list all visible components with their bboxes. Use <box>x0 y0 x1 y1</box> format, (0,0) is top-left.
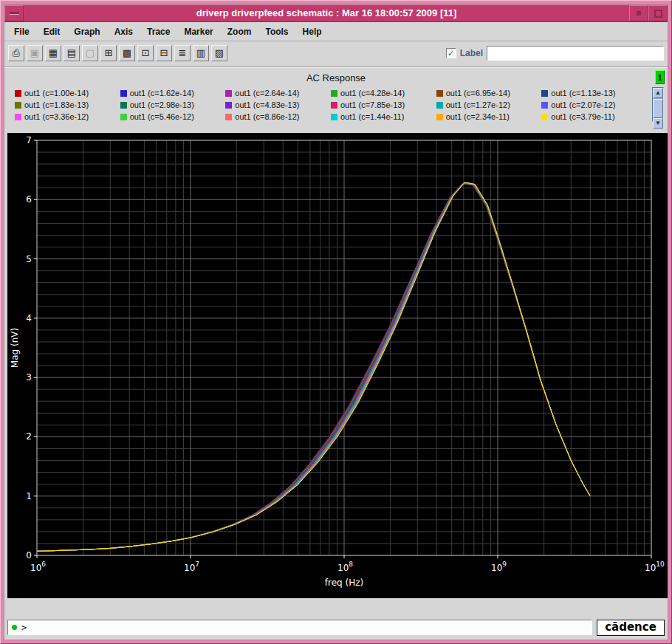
menu-axis[interactable]: Axis <box>108 24 140 39</box>
trace-label: out1 (c=1.27e-12) <box>446 100 510 109</box>
minimize-icon <box>637 11 641 16</box>
trace-label: out1 (c=3.36e-12) <box>24 112 89 121</box>
legend-item[interactable]: out1 (c=6.95e-14) <box>436 89 541 97</box>
legend-item[interactable]: out1 (c=2.98e-13) <box>120 100 224 109</box>
trace-label: out1 (c=1.00e-14) <box>24 89 89 97</box>
toolbar-icons: ⎙▣▦▤▢⊞▩⊡⊟≣▥▨ <box>8 45 227 61</box>
trace-label: out1 (c=6.95e-14) <box>446 89 510 97</box>
command-line[interactable]: > <box>7 620 592 635</box>
menu-help[interactable]: Help <box>296 24 329 39</box>
window-title: driverp driverpfeed schematic : Mar 16 1… <box>24 5 629 21</box>
menu-trace[interactable]: Trace <box>140 24 176 39</box>
svg-text:freq (Hz): freq (Hz) <box>325 578 363 588</box>
delete-subwindow-icon[interactable]: ⊟ <box>156 45 172 61</box>
svg-text:108: 108 <box>337 561 353 573</box>
svg-text:3: 3 <box>26 372 32 383</box>
list-icon[interactable]: ≣ <box>174 45 191 61</box>
trace-swatch-icon <box>225 114 232 120</box>
blank-display-icon: ▢ <box>82 45 98 61</box>
legend-item[interactable]: out1 (c=2.64e-14) <box>225 89 329 97</box>
trace-label: out1 (c=2.64e-14) <box>235 89 299 97</box>
trace-swatch-icon <box>15 102 21 109</box>
legend-item[interactable]: out1 (c=4.28e-14) <box>331 89 435 97</box>
window-menu-icon <box>10 12 19 15</box>
svg-text:7: 7 <box>26 135 32 145</box>
trace-swatch-icon <box>541 90 548 97</box>
legend-item[interactable]: out1 (c=3.79e-11) <box>541 112 645 121</box>
legend-item[interactable]: out1 (c=8.86e-12) <box>225 112 329 121</box>
trace-label: out1 (c=3.79e-11) <box>551 112 614 121</box>
trace-legend: out1 (c=1.00e-14)out1 (c=1.62e-14)out1 (… <box>15 89 645 121</box>
legend-item[interactable]: out1 (c=1.62e-14) <box>120 89 224 97</box>
trace-label: out1 (c=8.86e-12) <box>235 112 299 121</box>
svg-text:107: 107 <box>184 561 199 573</box>
scroll-up-icon[interactable]: ▲ <box>653 88 663 98</box>
scroll-down-icon[interactable]: ▼ <box>653 118 663 129</box>
trace-swatch-icon <box>436 114 443 120</box>
minimize-button[interactable] <box>629 5 648 21</box>
subwindow-number-badge[interactable]: 1 <box>655 70 665 84</box>
svg-text:2: 2 <box>26 431 32 442</box>
trace-label: out1 (c=4.28e-14) <box>340 89 405 97</box>
trace-label: out1 (c=2.34e-11) <box>446 112 510 121</box>
overlay-icon[interactable]: ▩ <box>119 45 135 61</box>
trace-swatch-icon <box>436 102 443 109</box>
legend-item[interactable]: out1 (c=7.85e-13) <box>331 100 435 109</box>
menu-tools[interactable]: Tools <box>258 24 295 39</box>
status-indicator-icon <box>12 625 17 630</box>
svg-text:5: 5 <box>26 254 32 264</box>
legend-item[interactable]: out1 (c=1.44e-11) <box>331 112 435 121</box>
grid-display-icon[interactable]: ▦ <box>45 45 61 61</box>
plot-title: AC Response <box>4 68 668 89</box>
trace-label: out1 (c=1.44e-11) <box>340 112 404 121</box>
legend-item[interactable]: out1 (c=5.46e-12) <box>120 112 224 121</box>
menu-marker[interactable]: Marker <box>177 24 219 39</box>
menu-file[interactable]: File <box>7 24 36 39</box>
trace-label: out1 (c=1.62e-14) <box>130 89 194 97</box>
legend-item[interactable]: out1 (c=1.13e-13) <box>541 89 645 97</box>
maximize-button[interactable] <box>648 5 668 21</box>
trace-label: out1 (c=1.13e-13) <box>551 89 615 97</box>
snapshot-icon: ▣ <box>27 45 43 61</box>
trace-swatch-icon <box>225 90 232 97</box>
print-icon[interactable]: ⎙ <box>8 45 24 61</box>
svg-text:6: 6 <box>26 194 32 205</box>
label-input[interactable] <box>487 46 664 61</box>
ac-response-plot[interactable]: 012345671061071081091010freq (Hz)Mag (nV… <box>7 133 668 598</box>
svg-text:106: 106 <box>30 561 46 573</box>
new-subwindow-icon[interactable]: ⊞ <box>100 45 117 61</box>
legend-item[interactable]: out1 (c=4.83e-13) <box>225 100 329 109</box>
trace-swatch-icon <box>225 102 232 109</box>
menu-edit[interactable]: Edit <box>37 24 67 39</box>
trace-swatch-icon <box>436 90 443 97</box>
application-window: driverp driverpfeed schematic : Mar 16 1… <box>0 0 672 644</box>
menu-zoom[interactable]: Zoom <box>221 24 258 39</box>
legend-item[interactable]: out1 (c=1.83e-13) <box>15 100 119 109</box>
menubar: File Edit Graph Axis Trace Marker Zoom T… <box>4 22 668 41</box>
trace-label: out1 (c=2.07e-12) <box>551 100 615 109</box>
titlebar[interactable]: driverp driverpfeed schematic : Mar 16 1… <box>4 4 668 22</box>
hardcopy-options-icon[interactable]: ▨ <box>211 45 227 61</box>
trace-label: out1 (c=2.98e-13) <box>130 100 194 109</box>
menu-graph[interactable]: Graph <box>67 24 106 39</box>
svg-text:1010: 1010 <box>645 561 665 573</box>
legend-item[interactable]: out1 (c=3.36e-12) <box>15 112 119 121</box>
copy-window-icon[interactable]: ⊡ <box>137 45 154 61</box>
svg-text:1: 1 <box>26 491 32 501</box>
legend-scrollbar[interactable]: ▲ ▼ <box>652 87 664 122</box>
table-icon[interactable]: ▥ <box>193 45 209 61</box>
scrollbar-thumb[interactable] <box>653 99 663 118</box>
trace-swatch-icon <box>15 90 21 97</box>
legend-item[interactable]: out1 (c=2.34e-11) <box>436 112 541 121</box>
window-menu-button[interactable] <box>4 5 24 21</box>
legend-item[interactable]: out1 (c=2.07e-12) <box>541 100 645 109</box>
trace-swatch-icon <box>541 102 548 109</box>
label-checkbox[interactable]: ✓ <box>446 48 456 58</box>
legend-item[interactable]: out1 (c=1.27e-12) <box>436 100 541 109</box>
svg-text:109: 109 <box>491 561 507 573</box>
legend-item[interactable]: out1 (c=1.00e-14) <box>15 89 119 97</box>
svg-text:Mag (nV): Mag (nV) <box>10 328 20 368</box>
label-checkbox-label: Label <box>460 48 483 58</box>
cadence-logo: cādence <box>597 620 665 636</box>
strip-display-icon[interactable]: ▤ <box>64 45 80 61</box>
